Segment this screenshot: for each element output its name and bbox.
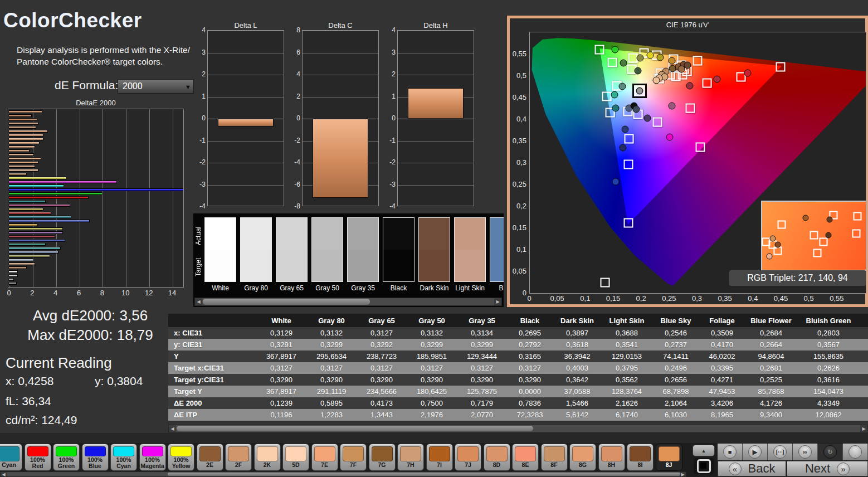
next-label: Next [805, 461, 830, 476]
table-value-cell: 0,3290 [256, 374, 306, 386]
colorchecker-results: WhiteGray 80Gray 65Gray 50Gray 35BlackDa… [168, 314, 868, 421]
table-scrollbar[interactable]: ◀ ▶ [168, 425, 868, 432]
de-formula-dropdown[interactable]: 2000 ▼ [118, 79, 194, 94]
cie-target-square [685, 103, 695, 113]
patch-button-2e[interactable]: 2E [197, 444, 223, 471]
patch-button-100-cyan[interactable]: 100% Cyan [110, 444, 137, 471]
play-button[interactable]: ▶ [743, 444, 768, 460]
patch-button-8j[interactable]: 8J [656, 444, 682, 471]
patch-button-cyan[interactable]: Cyan [0, 444, 22, 471]
table-row-label: Target Y [168, 386, 256, 397]
patch-button-7j[interactable]: 7J [455, 444, 481, 471]
loop-infinite-button[interactable]: ∞ [793, 444, 818, 460]
patch-button-8f[interactable]: 8F [541, 444, 568, 471]
patch-scrollbar-thumb[interactable] [168, 473, 680, 476]
swatch-scrollbar-thumb[interactable] [203, 299, 370, 305]
patch-button-7g[interactable]: 7G [369, 444, 396, 471]
cie-y-tick-label: 0,25 [513, 180, 526, 188]
patch-button-5d[interactable]: 5D [282, 444, 309, 471]
swatch-box [454, 217, 486, 282]
pattern-window-button[interactable]: [··] [768, 444, 793, 460]
de-bar [8, 161, 38, 164]
patch-button-7e[interactable]: 7E [311, 444, 338, 471]
scroll-left-icon[interactable]: ◀ [195, 298, 202, 305]
patch-button-7f[interactable]: 7F [340, 444, 367, 471]
patch-button-8g[interactable]: 8G [569, 444, 596, 471]
table-value-cell: 104,2893 [859, 386, 868, 397]
table-scrollbar-thumb[interactable] [177, 426, 533, 431]
swatch-scrollbar[interactable]: ◀ ▶ [194, 298, 502, 306]
patch-button-7h[interactable]: 7H [397, 444, 424, 471]
delta-gridline [208, 185, 284, 186]
cie-measured-point [668, 102, 675, 109]
delta-tick-label: 2 [296, 93, 300, 100]
chevron-down-icon: ▼ [185, 84, 191, 90]
scroll-left-icon[interactable]: ◀ [169, 425, 176, 432]
patch-scrollbar[interactable]: ◀ ▶ [0, 471, 686, 477]
patch-button-8i[interactable]: 8I [627, 444, 654, 471]
cie-y-axis: 0,550,50,450,40,350,30,250,20,150,10,050 [510, 32, 528, 293]
swatch-comparison-panel: Actual Target WhiteGray 80Gray 65Gray 50… [193, 213, 504, 307]
table-value-cell: 0,3292 [357, 339, 407, 351]
patch-button-7i[interactable]: 7I [426, 444, 453, 471]
de-x-tick-label: 14 [168, 289, 176, 297]
stop-button[interactable]: ■ [718, 444, 743, 460]
patch-button-100-blue[interactable]: 100% Blue [82, 444, 109, 471]
patch-label: 2K [255, 462, 280, 470]
blank-button[interactable] [843, 444, 868, 460]
de-bar [8, 204, 70, 207]
refresh-button[interactable]: ↻ [818, 444, 843, 460]
patch-label: 7H [398, 462, 423, 470]
back-button[interactable]: « Back [718, 461, 786, 476]
patch-color-chip [228, 446, 249, 461]
table-value-cell: 0,2681 [744, 362, 798, 374]
cie-measured-point [666, 133, 673, 140]
patch-button-100-magenta[interactable]: 100% Magenta [139, 444, 166, 471]
swatch-actual [205, 218, 236, 250]
table-value-cell: 0,2803 [798, 327, 859, 339]
table-value-cell: 180,6425 [407, 386, 457, 397]
delta-gridline [398, 53, 474, 53]
de-bar [8, 227, 63, 230]
pattern-stop-button[interactable] [694, 458, 714, 474]
scroll-right-icon[interactable]: ▶ [860, 425, 867, 432]
patch-list-up-button[interactable]: ▲ [693, 445, 715, 456]
patch-button-100-green[interactable]: 100% Green [53, 444, 80, 471]
cie-y-tick-label: 0,1 [516, 245, 526, 254]
swatch-item: Blue [490, 217, 504, 294]
delta-tick-label: -4 [199, 202, 206, 210]
scroll-left-icon[interactable]: ◀ [1, 472, 7, 476]
patch-color-chip [601, 446, 622, 461]
cie-measured-point [611, 91, 618, 98]
patch-button-100-red[interactable]: 100% Red [25, 444, 51, 471]
table-value-cell: 0,3134 [457, 327, 507, 339]
patch-label: 7F [340, 462, 366, 470]
scroll-right-icon[interactable]: ▶ [680, 472, 686, 476]
de-bar [8, 134, 43, 137]
de-bar [8, 114, 32, 117]
patch-label: 7G [369, 462, 395, 470]
next-button[interactable]: Next » [787, 461, 868, 476]
table-value-cell: 0,3165 [507, 351, 553, 362]
table-value-cell: 0,2684 [744, 327, 798, 339]
de-bar [8, 247, 61, 250]
table-value-cell: 0,3291 [256, 339, 306, 351]
de-bar [8, 188, 184, 191]
patch-button-100-yellow[interactable]: 100% Yellow [168, 444, 194, 471]
patch-color-chip [515, 446, 536, 461]
patch-button-2k[interactable]: 2K [254, 444, 281, 471]
cie-measured-point [668, 57, 675, 65]
table-value-cell: 129,0153 [602, 351, 652, 362]
patch-button-2f[interactable]: 2F [225, 444, 252, 471]
swatch-actual [241, 218, 271, 250]
patch-button-8e[interactable]: 8E [512, 444, 539, 471]
swatch-target [348, 250, 378, 281]
cie-y-tick-label: 0,5 [516, 71, 526, 80]
patch-button-8h[interactable]: 8H [598, 444, 625, 471]
patch-button-8d[interactable]: 8D [484, 444, 510, 471]
table-value-cell: 0,5895 [306, 397, 357, 409]
de-bar [8, 216, 71, 218]
scroll-right-icon[interactable]: ▶ [494, 298, 501, 305]
inset-target-square [778, 221, 786, 229]
table-value-cell: 0,4271 [700, 374, 744, 386]
